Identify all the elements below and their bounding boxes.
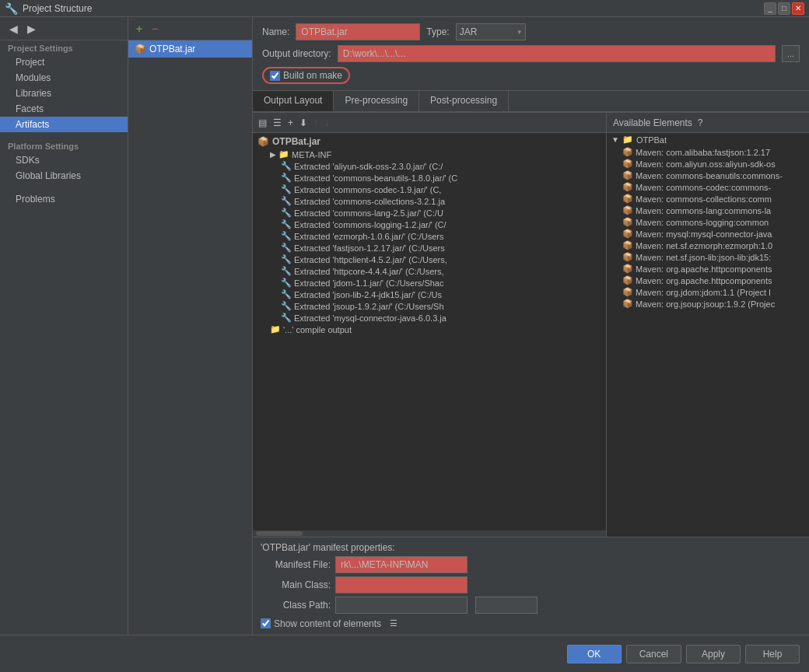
manifest-file-input[interactable]: [335, 556, 468, 573]
jar-file-icon: 🔧: [281, 208, 292, 218]
forward-button[interactable]: ▶: [24, 21, 39, 37]
tree-item[interactable]: 🔧Extracted 'jdom-1.1.jar/' (C:/Users/Sha…: [253, 277, 606, 289]
type-select-wrapper: JAR: [456, 23, 526, 40]
jar-file-icon: 🔧: [281, 219, 292, 229]
show-content-checkbox[interactable]: [261, 618, 271, 628]
tree-item[interactable]: 🔧Extracted 'json-lib-2.4-jdk15.jar/' (C:…: [253, 289, 606, 300]
move-up-button[interactable]: ↑: [311, 116, 320, 130]
main-class-row: Main Class:: [261, 576, 801, 593]
sidebar-item-libraries[interactable]: Libraries: [0, 86, 128, 101]
avail-folder-icon: 📁: [622, 135, 633, 145]
back-button[interactable]: ◀: [6, 21, 21, 37]
artifact-list: 📦 OTPBat.jar: [128, 40, 252, 635]
tree-item[interactable]: 🔧Extracted 'jsoup-1.9.2.jar/' (C:/Users/…: [253, 300, 606, 312]
avail-item[interactable]: 📦Maven: commons-lang:commons-la: [607, 205, 809, 216]
class-path-input2[interactable]: [475, 597, 538, 614]
tree-item[interactable]: 🔧Extracted 'commons-codec-1.9.jar/' (C,: [253, 184, 606, 195]
horizontal-scrollbar[interactable]: [253, 530, 606, 537]
name-input[interactable]: [296, 23, 420, 40]
avail-item[interactable]: 📦Maven: commons-collections:comm: [607, 193, 809, 205]
window-controls: _ □ ✕: [764, 2, 804, 15]
sidebar-item-modules[interactable]: Modules: [0, 70, 128, 86]
avail-item[interactable]: 📦Maven: commons-beanutils:commons-: [607, 170, 809, 181]
maximize-button[interactable]: □: [778, 2, 790, 15]
close-button[interactable]: ✕: [792, 2, 804, 15]
jar-file-icon: 🔧: [281, 196, 292, 206]
avail-item[interactable]: 📦Maven: commons-logging:common: [607, 216, 809, 228]
avail-group-otpbat[interactable]: ▼ 📁 OTPBat: [607, 133, 809, 146]
output-dir-input[interactable]: [338, 45, 776, 62]
avail-item[interactable]: 📦Maven: net.sf.ezmorph:ezmorph:1.0: [607, 240, 809, 251]
build-on-make-checkbox[interactable]: [270, 71, 280, 81]
folder-view-button[interactable]: ▤: [256, 116, 269, 130]
project-settings-section: Project Settings: [0, 40, 128, 54]
name-label: Name:: [262, 26, 289, 37]
class-path-row: Class Path:: [261, 597, 801, 614]
tree-item[interactable]: 🔧Extracted 'fastjson-1.2.17.jar/' (C:/Us…: [253, 242, 606, 254]
manifest-file-row: Manifest File:: [261, 556, 801, 573]
class-path-input[interactable]: [335, 597, 468, 614]
tree-item[interactable]: 🔧Extracted 'httpcore-4.4.4.jar/' (C:/Use…: [253, 265, 606, 277]
tab-output-layout[interactable]: Output Layout: [253, 91, 334, 111]
tree-item[interactable]: 🔧Extracted 'commons-lang-2.5.jar/' (C:/U: [253, 207, 606, 219]
tab-pre-processing[interactable]: Pre-processing: [334, 91, 419, 111]
available-help-button[interactable]: ?: [695, 116, 706, 130]
avail-item[interactable]: 📦Maven: org.apache.httpcomponents: [607, 263, 809, 275]
tab-post-processing[interactable]: Post-processing: [419, 91, 509, 111]
help-button[interactable]: Help: [745, 645, 800, 663]
type-label: Type:: [426, 26, 449, 37]
tree-item[interactable]: 🔧Extracted 'commons-collections-3.2.1.ja: [253, 195, 606, 207]
sidebar-item-artifacts[interactable]: Artifacts: [0, 117, 128, 132]
tree-compile-output[interactable]: 📁'...' compile output: [253, 324, 606, 335]
add-element-button[interactable]: +: [285, 116, 296, 130]
remove-artifact-button[interactable]: −: [149, 21, 161, 37]
sidebar-item-problems[interactable]: Problems: [0, 191, 128, 207]
move-down-button[interactable]: ↓: [322, 116, 331, 130]
avail-item[interactable]: 📦Maven: mysql:mysql-connector-java: [607, 228, 809, 240]
apply-button[interactable]: Apply: [686, 645, 741, 663]
right-config-panel: Name: Type: JAR Output directory:: [253, 17, 809, 635]
tree-item[interactable]: 🔧Extracted 'aliyun-sdk-oss-2.3.0.jar/' (…: [253, 160, 606, 172]
minimize-button[interactable]: _: [764, 2, 776, 15]
avail-item[interactable]: 📦Maven: com.aliyun.oss:aliyun-sdk-os: [607, 158, 809, 170]
tree-item[interactable]: 🔧Extracted 'httpclient-4.5.2.jar/' (C:/U…: [253, 254, 606, 265]
extract-button[interactable]: ⬇: [297, 116, 310, 130]
sidebar-item-facets[interactable]: Facets: [0, 101, 128, 117]
dialog-title: Project Structure: [23, 3, 764, 14]
tree-item-meta-inf[interactable]: ▶ 📁 META-INF: [253, 149, 606, 160]
project-structure-dialog: 🔧 Project Structure _ □ ✕ ◀ ▶ Project Se…: [0, 0, 809, 672]
show-content-options-button[interactable]: ☰: [387, 617, 400, 630]
tree-item[interactable]: 🔧Extracted 'commons-logging-1.2.jar/' (C…: [253, 219, 606, 230]
avail-item[interactable]: 📦Maven: org.jsoup:jsoup:1.9.2 (Projec: [607, 298, 809, 310]
artifact-item[interactable]: 📦 OTPBat.jar: [128, 40, 252, 58]
ok-button[interactable]: OK: [567, 645, 622, 663]
sidebar-nav: Project Settings Project Modules Librari…: [0, 40, 128, 635]
avail-item[interactable]: 📦Maven: org.apache.httpcomponents: [607, 275, 809, 286]
jar-file-icon: 🔧: [281, 278, 292, 288]
sidebar-item-sdks[interactable]: SDKs: [0, 152, 128, 168]
artifact-tree-panel: ▤ ☰ + ⬇ ↑ ↓ 📦 OTPB: [253, 113, 607, 537]
flat-view-button[interactable]: ☰: [271, 116, 284, 130]
avail-item[interactable]: 📦Maven: net.sf.json-lib:json-lib:jdk15:: [607, 251, 809, 263]
sidebar-item-project[interactable]: Project: [0, 54, 128, 70]
add-artifact-button[interactable]: +: [133, 21, 145, 37]
maven-icon: 📦: [622, 264, 633, 274]
tree-item[interactable]: 🔧Extracted 'mysql-connector-java-6.0.3.j…: [253, 312, 606, 324]
jar-file-icon: 🔧: [281, 266, 292, 276]
output-dir-label: Output directory:: [262, 48, 331, 59]
maven-icon: 📦: [622, 217, 633, 227]
avail-item[interactable]: 📦Maven: commons-codec:commons-: [607, 181, 809, 193]
main-class-input[interactable]: [335, 576, 468, 593]
maven-icon: 📦: [622, 170, 633, 180]
sidebar-item-global-libraries[interactable]: Global Libraries: [0, 168, 128, 184]
cancel-button[interactable]: Cancel: [626, 645, 681, 663]
type-select[interactable]: JAR: [456, 23, 526, 40]
browse-button[interactable]: ...: [782, 45, 800, 62]
avail-item[interactable]: 📦Maven: com.alibaba:fastjson:1.2.17: [607, 146, 809, 158]
build-on-make-label-text: Build on make: [283, 70, 342, 81]
avail-item[interactable]: 📦Maven: org.jdom:jdom:1.1 (Project l: [607, 286, 809, 298]
tree-item[interactable]: 🔧Extracted 'ezmorph-1.0.6.jar/' (C:/User…: [253, 230, 606, 242]
tree-item[interactable]: 🔧Extracted 'commons-beanutils-1.8.0.jar/…: [253, 172, 606, 184]
show-content-label: Show content of elements: [274, 618, 381, 629]
jar-file-icon: 🔧: [281, 254, 292, 264]
